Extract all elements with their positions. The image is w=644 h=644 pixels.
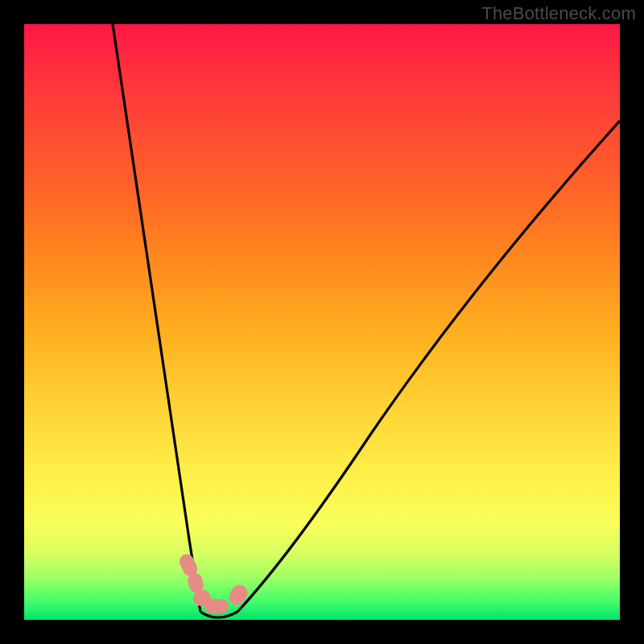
curve-left-branch: [113, 24, 200, 612]
curve-right-branch: [237, 121, 620, 612]
valley-marker-4: [204, 599, 229, 613]
watermark-text: TheBottleneck.com: [481, 3, 636, 24]
plot-area: [24, 24, 620, 620]
bottleneck-curve: [24, 24, 620, 620]
chart-frame: TheBottleneck.com: [0, 0, 644, 644]
